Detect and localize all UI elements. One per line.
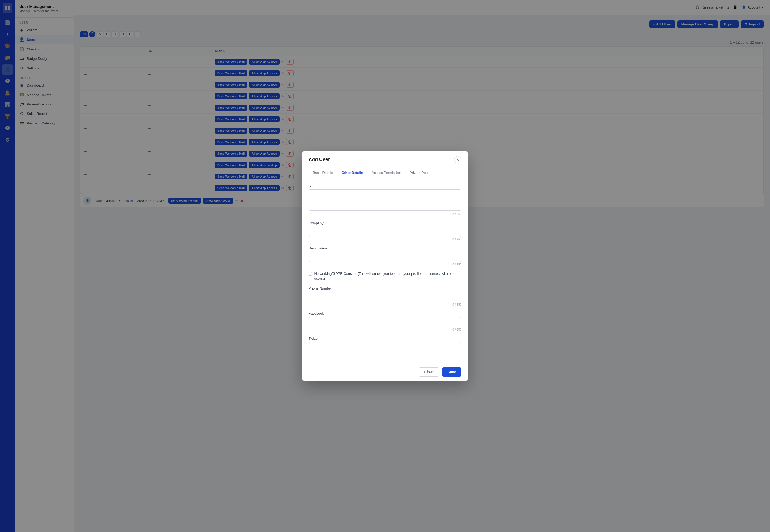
modal-header: Add User ✕ (302, 151, 468, 167)
networking-group: Networking/GDPR Consent (This will enabl… (309, 271, 461, 281)
designation-label: Designation (309, 246, 461, 250)
modal-close-btn[interactable]: Close (419, 367, 439, 377)
modal-body: Bio 0 / 250 Company 0 / 250 Designation … (302, 178, 468, 363)
phone-field-group: Phone Number 0 / 250 (309, 286, 461, 306)
bio-field-group: Bio 0 / 250 (309, 184, 461, 216)
modal-overlay[interactable]: Add User ✕ Basic Details Other Details A… (0, 0, 770, 532)
tab-private-docs[interactable]: Private Docs (405, 167, 434, 178)
modal-close-button[interactable]: ✕ (454, 156, 461, 163)
facebook-input[interactable] (309, 317, 461, 327)
tab-access-permission[interactable]: Access Permission (367, 167, 405, 178)
modal-footer: Close Save (302, 363, 468, 381)
modal-tabs: Basic Details Other Details Access Permi… (302, 167, 468, 178)
networking-checkbox[interactable] (309, 272, 312, 276)
company-field-group: Company 0 / 250 (309, 221, 461, 241)
twitter-label: Twitter (309, 337, 461, 341)
facebook-char-count: 0 / 250 (309, 328, 461, 331)
tab-other-details[interactable]: Other Details (337, 167, 367, 178)
phone-label: Phone Number (309, 286, 461, 290)
designation-char-count: 0 / 250 (309, 263, 461, 266)
bio-char-count: 0 / 250 (309, 213, 461, 216)
designation-field-group: Designation 0 / 250 (309, 246, 461, 266)
tab-basic-details[interactable]: Basic Details (309, 167, 337, 178)
phone-char-count: 0 / 250 (309, 303, 461, 306)
company-input[interactable] (309, 227, 461, 237)
modal-title: Add User (309, 157, 330, 162)
networking-label: Networking/GDPR Consent (This will enabl… (314, 271, 461, 281)
bio-label: Bio (309, 184, 461, 188)
company-label: Company (309, 221, 461, 225)
modal-save-btn[interactable]: Save (442, 367, 461, 377)
add-user-modal: Add User ✕ Basic Details Other Details A… (302, 151, 468, 381)
networking-checkbox-row: Networking/GDPR Consent (This will enabl… (309, 271, 461, 281)
bio-textarea[interactable] (309, 189, 461, 211)
twitter-field-group: Twitter (309, 337, 461, 352)
phone-input[interactable] (309, 292, 461, 302)
facebook-label: Facebook (309, 311, 461, 315)
facebook-field-group: Facebook 0 / 250 (309, 311, 461, 331)
twitter-input[interactable] (309, 342, 461, 352)
company-char-count: 0 / 250 (309, 238, 461, 241)
designation-input[interactable] (309, 252, 461, 262)
